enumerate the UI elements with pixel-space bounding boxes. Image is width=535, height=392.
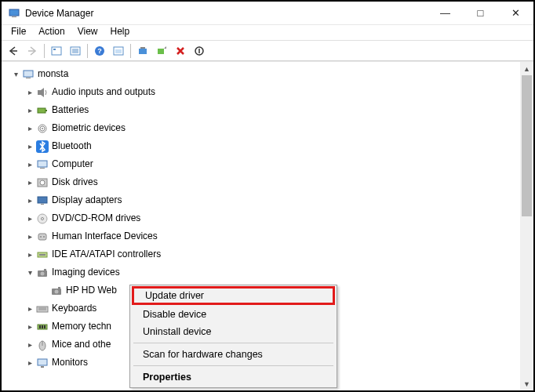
svg-rect-33 bbox=[38, 234, 46, 240]
ide-icon bbox=[36, 249, 49, 261]
svg-rect-3 bbox=[53, 49, 56, 50]
category-node[interactable]: ▸DVD/CD-ROM drives bbox=[5, 209, 533, 227]
expand-icon[interactable]: ▸ bbox=[24, 176, 36, 189]
svg-point-39 bbox=[41, 271, 45, 275]
svg-rect-49 bbox=[42, 325, 43, 328]
svg-rect-30 bbox=[41, 204, 44, 205]
update-driver-button[interactable] bbox=[134, 42, 151, 60]
scroll-thumb[interactable] bbox=[522, 75, 532, 216]
context-menu: Update driver Disable device Uninstall d… bbox=[129, 285, 337, 388]
svg-text:?: ? bbox=[97, 47, 102, 55]
cm-update-driver[interactable]: Update driver bbox=[132, 286, 335, 305]
toolbar-separator bbox=[44, 44, 45, 58]
properties-button[interactable] bbox=[67, 42, 84, 60]
category-node[interactable]: ▸Computer bbox=[5, 155, 533, 173]
cm-uninstall-device[interactable]: Uninstall device bbox=[132, 323, 335, 340]
category-node[interactable]: ▸Biometric devices bbox=[5, 119, 533, 137]
expand-icon[interactable]: ▸ bbox=[24, 158, 36, 171]
category-label: Biometric devices bbox=[52, 122, 126, 135]
svg-rect-25 bbox=[38, 161, 47, 167]
collapse-icon[interactable]: ▾ bbox=[9, 68, 22, 81]
disk-icon bbox=[36, 176, 49, 189]
category-node[interactable]: ▸Audio inputs and outputs bbox=[5, 83, 533, 101]
expand-icon[interactable]: ▸ bbox=[24, 212, 36, 225]
uninstall-button[interactable] bbox=[172, 42, 189, 60]
window-controls: — □ ✕ bbox=[428, 2, 533, 24]
svg-rect-40 bbox=[44, 269, 46, 271]
expand-icon[interactable]: ▸ bbox=[24, 104, 36, 117]
category-node[interactable]: ▸Display adapters bbox=[5, 191, 533, 209]
svg-rect-43 bbox=[58, 287, 60, 289]
imaging-icon bbox=[36, 267, 49, 279]
expand-icon[interactable]: ▸ bbox=[24, 122, 36, 135]
expand-icon[interactable]: ▸ bbox=[24, 303, 36, 315]
device-tree-container: ▾ monsta ▸Audio inputs and outputs▸Batte… bbox=[2, 61, 533, 390]
expand-icon[interactable]: ▸ bbox=[24, 194, 36, 207]
disable-button[interactable] bbox=[191, 42, 208, 60]
category-node[interactable]: ▸Human Interface Devices bbox=[5, 227, 533, 245]
expand-icon[interactable]: ▸ bbox=[24, 249, 36, 261]
cm-scan-hardware[interactable]: Scan for hardware changes bbox=[132, 346, 335, 363]
expand-icon[interactable]: ▸ bbox=[24, 321, 36, 333]
svg-rect-0 bbox=[9, 9, 19, 16]
svg-rect-12 bbox=[139, 49, 147, 54]
cm-disable-device[interactable]: Disable device bbox=[132, 306, 335, 323]
expand-icon[interactable]: ▸ bbox=[24, 357, 36, 369]
view-button[interactable] bbox=[110, 42, 127, 60]
computer-icon bbox=[36, 158, 49, 171]
menu-view[interactable]: View bbox=[71, 25, 104, 40]
category-label: Audio inputs and outputs bbox=[52, 85, 155, 99]
collapse-icon[interactable]: ▾ bbox=[24, 267, 36, 279]
svg-point-34 bbox=[40, 236, 42, 238]
expand-icon[interactable]: ▸ bbox=[24, 230, 36, 243]
vertical-scrollbar[interactable]: ▲ ▼ bbox=[520, 62, 533, 390]
category-node[interactable]: ▸Batteries bbox=[5, 101, 533, 119]
menu-file[interactable]: File bbox=[5, 25, 32, 40]
expand-icon[interactable]: ▸ bbox=[24, 140, 36, 153]
cm-separator bbox=[133, 365, 333, 366]
category-node[interactable]: ▸Disk drives bbox=[5, 173, 533, 191]
category-label: Batteries bbox=[52, 103, 89, 117]
svg-rect-18 bbox=[38, 90, 41, 95]
expand-icon[interactable]: ▸ bbox=[24, 86, 36, 99]
scan-hardware-button[interactable] bbox=[153, 42, 170, 60]
menu-help[interactable]: Help bbox=[104, 25, 136, 40]
category-label: Keyboards bbox=[52, 302, 96, 315]
battery-icon bbox=[36, 104, 49, 117]
mouse-icon bbox=[36, 339, 49, 351]
svg-point-28 bbox=[40, 180, 45, 185]
svg-point-35 bbox=[43, 236, 45, 238]
svg-rect-13 bbox=[140, 47, 145, 49]
root-node[interactable]: ▾ monsta bbox=[5, 65, 533, 83]
titlebar: Device Manager — □ ✕ bbox=[2, 2, 533, 25]
display-icon bbox=[36, 194, 49, 207]
help-button[interactable]: ? bbox=[91, 42, 108, 60]
category-label: Bluetooth bbox=[52, 140, 92, 153]
svg-rect-20 bbox=[45, 110, 47, 111]
maximize-button[interactable]: □ bbox=[463, 2, 498, 24]
hid-icon bbox=[36, 230, 49, 243]
keyboard-icon bbox=[36, 303, 49, 315]
biometric-icon bbox=[36, 122, 49, 135]
show-hidden-button[interactable] bbox=[48, 42, 65, 60]
toolbar: ? bbox=[2, 41, 533, 61]
scroll-up-icon[interactable]: ▲ bbox=[520, 62, 533, 75]
category-node[interactable]: ▸Bluetooth bbox=[5, 137, 533, 155]
category-label: Computer bbox=[52, 158, 93, 171]
minimize-button[interactable]: — bbox=[428, 2, 463, 24]
svg-rect-17 bbox=[26, 78, 31, 78]
svg-rect-14 bbox=[158, 49, 164, 54]
close-button[interactable]: ✕ bbox=[498, 2, 533, 24]
category-label: Monitors bbox=[52, 356, 88, 369]
expand-icon[interactable]: ▸ bbox=[24, 339, 36, 351]
cm-separator bbox=[133, 343, 333, 343]
category-node[interactable]: ▸IDE ATA/ATAPI controllers bbox=[5, 245, 533, 263]
category-node[interactable]: ▾Imaging devices bbox=[5, 263, 533, 281]
svg-rect-53 bbox=[38, 359, 47, 365]
svg-point-42 bbox=[55, 289, 59, 293]
forward-button[interactable] bbox=[24, 42, 41, 60]
scroll-down-icon[interactable]: ▼ bbox=[520, 377, 533, 390]
cm-properties[interactable]: Properties bbox=[132, 368, 335, 386]
menu-action[interactable]: Action bbox=[32, 25, 71, 40]
back-button[interactable] bbox=[5, 42, 22, 60]
